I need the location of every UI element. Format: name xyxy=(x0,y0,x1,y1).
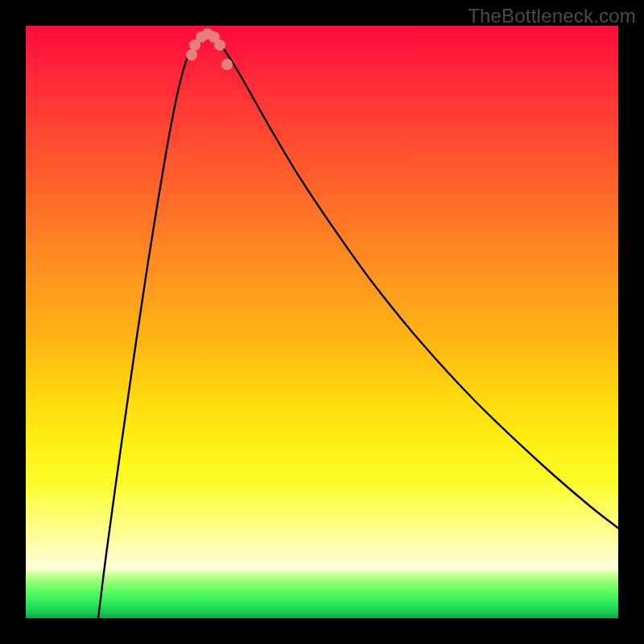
chart-frame: TheBottleneck.com xyxy=(0,0,644,644)
valley-marker xyxy=(186,49,197,60)
valley-marker xyxy=(214,39,225,51)
watermark-text: TheBottleneck.com xyxy=(468,5,636,27)
valley-marker xyxy=(221,59,233,70)
bottleneck-curve xyxy=(98,32,618,618)
curve-layer xyxy=(26,26,618,618)
valley-marker-group xyxy=(186,28,233,70)
